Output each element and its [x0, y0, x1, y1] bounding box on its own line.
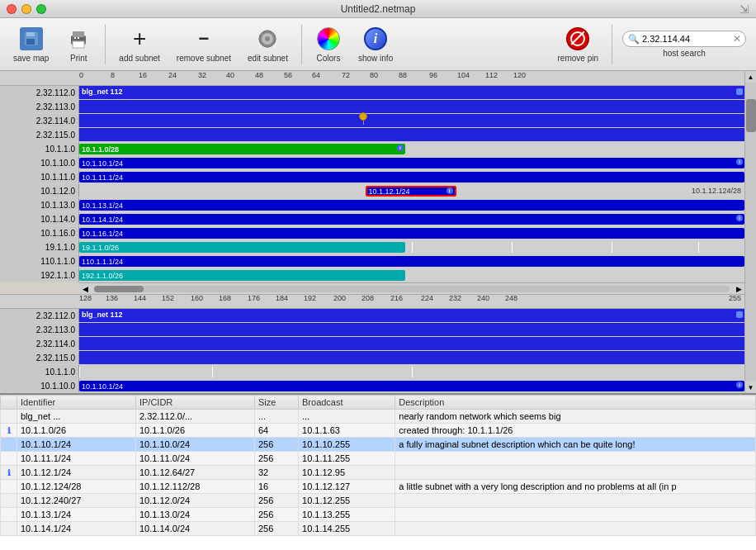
bottom-ruler: 128 136 144 152 160 168 176 184 192 200 … [0, 294, 744, 309]
table-row[interactable]: 10.1.12.124/28 10.1.12.112/28 16 10.1.12… [1, 480, 756, 494]
table-row[interactable]: ℹ 10.1.1.0/26 10.1.1.0/26 64 10.1.1.63 c… [1, 424, 756, 438]
hscroll-left-arrow[interactable]: ◀ [79, 285, 91, 293]
remove-subnet-label: remove subnet [177, 54, 231, 63]
row-content-101100[interactable]: 10.1.10.1/24 i [79, 156, 744, 169]
vscroll-thumb[interactable] [746, 99, 756, 132]
table-row[interactable]: 10.1.11.1/24 10.1.11.0/24 256 10.1.11.25… [1, 452, 756, 466]
search-container: 🔍 ✕ [622, 31, 746, 47]
row-content-101130[interactable]: 10.1.13.1/24 [79, 198, 744, 211]
row-content-101110[interactable]: 10.1.11.1/24 [79, 170, 744, 183]
row-content-192110[interactable]: 192.1.1.0/26 [79, 268, 744, 282]
hscroll-right-arrow[interactable]: ▶ [733, 285, 744, 293]
row-content-101140[interactable]: 10.1.14.1/24 i [79, 212, 744, 225]
row-label-b10110: 10.1.1.0 [0, 365, 79, 378]
row-content-10110[interactable]: 10.1.1.0/28 i [79, 142, 744, 155]
row-label-101130: 10.1.13.0 [0, 198, 79, 211]
row-content-19110[interactable]: 19.1.1.0/26 [79, 240, 744, 254]
row-content-101160[interactable]: 10.1.16.1/24 [79, 226, 744, 239]
col-identifier-header[interactable]: Identifier [17, 396, 136, 410]
ruler-120: 120 [513, 71, 526, 79]
row-label-b232113: 2.32.113.0 [0, 323, 79, 336]
row-content-232112[interactable]: blg_net 112 [79, 86, 744, 99]
save-map-button[interactable]: save map [7, 22, 55, 66]
top-ruler: 0 8 16 24 32 40 48 56 64 72 80 88 96 104… [0, 71, 744, 86]
remove-subnet-button[interactable]: − remove subnet [170, 22, 238, 66]
row-label-232115: 2.32.115.0 [0, 128, 79, 141]
ruler-112: 112 [485, 71, 498, 79]
row-content-232115[interactable] [79, 128, 744, 141]
remove-pin-button[interactable]: remove pin [551, 22, 605, 66]
col-broadcast-header[interactable]: Broadcast [299, 396, 395, 410]
table-row[interactable]: 10.1.13.1/24 10.1.13.0/24 256 10.1.13.25… [1, 508, 756, 522]
row-desc [395, 508, 756, 522]
ruler-b144: 144 [134, 294, 146, 302]
row-identifier: 10.1.12.240/27 [17, 494, 136, 508]
edit-subnet-button[interactable]: edit subnet [241, 22, 295, 66]
row-content-232114[interactable] [79, 114, 744, 127]
info-dot-b101100: i [736, 382, 743, 388]
row-label-232114: 2.32.114.0 [0, 114, 79, 127]
row-desc [395, 522, 756, 536]
row-content-b232114[interactable] [79, 337, 744, 350]
row-icon [1, 494, 17, 508]
remove-pin-label: remove pin [558, 54, 598, 63]
row-content-b101100[interactable]: 10.1.10.1/24 i [79, 379, 744, 392]
table-row[interactable]: blg_net ... 2.32.112.0/... ... ... nearl… [1, 410, 756, 424]
maximize-button[interactable] [36, 4, 46, 14]
row-content-232113[interactable] [79, 100, 744, 113]
ruler-b240: 240 [477, 294, 489, 302]
hscroll-thumb[interactable] [94, 286, 144, 292]
row-identifier: 10.1.13.1/24 [17, 508, 136, 522]
add-subnet-button[interactable]: + add subnet [112, 22, 167, 66]
close-button[interactable] [7, 4, 17, 14]
table-row[interactable]: 10.1.10.1/24 10.1.10.0/24 256 10.1.10.25… [1, 438, 756, 452]
colors-button[interactable]: Colors [309, 22, 348, 66]
svg-rect-6 [73, 41, 84, 48]
search-input[interactable] [642, 34, 733, 44]
col-size-header[interactable]: Size [254, 396, 298, 410]
table-row[interactable]: ℹ 10.1.12.1/24 10.1.12.64/27 32 10.1.12.… [1, 466, 756, 480]
row-content-b232113[interactable] [79, 323, 744, 336]
row-content-b10110[interactable] [79, 365, 744, 378]
vscroll-track[interactable] [745, 83, 756, 382]
row-content-101120[interactable]: 10.1.12.1/24 i 10.1.12.124/28 [79, 184, 744, 197]
row-desc: created through: 10.1.1.1/26 [395, 424, 756, 438]
row-content-110110[interactable]: 110.1.1.1/24 [79, 254, 744, 268]
ruler-16: 16 [139, 71, 147, 79]
hscroll-track[interactable] [94, 286, 730, 292]
vscroll-up-arrow[interactable]: ▲ [745, 71, 756, 83]
row-identifier: 10.1.12.124/28 [17, 480, 136, 494]
svg-point-11 [265, 36, 270, 41]
print-button[interactable]: Print [59, 22, 98, 66]
col-description-header[interactable]: Description [395, 396, 756, 410]
ruler-80: 80 [370, 71, 378, 79]
row-size: 256 [254, 452, 298, 466]
vscroll-bar[interactable]: ▲ ▼ [744, 71, 756, 393]
subnet-bar-b101100: 10.1.10.1/24 i [79, 381, 744, 391]
table-scroll[interactable]: Identifier IP/CIDR Size Broadcast Descri… [0, 395, 756, 550]
ruler-b216: 216 [390, 294, 403, 302]
window-controls[interactable] [7, 4, 46, 14]
hscroll-bar[interactable]: ◀ ▶ [79, 282, 744, 294]
table-header-row: Identifier IP/CIDR Size Broadcast Descri… [1, 396, 756, 410]
row-content-b232112[interactable]: blg_net 112 [79, 309, 744, 322]
table-row[interactable]: 10.1.14.1/24 10.1.14.0/24 256 10.1.14.25… [1, 522, 756, 536]
map-row-101160: 10.1.16.0 10.1.16.1/24 [0, 226, 744, 240]
subnet-bar-101160: 10.1.16.1/24 [79, 228, 744, 239]
svg-rect-2 [26, 39, 35, 45]
vscroll-down-arrow[interactable]: ▼ [745, 382, 756, 393]
show-info-button[interactable]: i show info [352, 22, 399, 66]
row-icon [1, 438, 17, 452]
subnet-bar-101140: 10.1.14.1/24 i [79, 214, 744, 225]
row-desc [395, 466, 756, 480]
table-row[interactable]: 10.1.12.240/27 10.1.12.0/24 256 10.1.12.… [1, 494, 756, 508]
col-ipcidr-header[interactable]: IP/CIDR [135, 396, 254, 410]
ruler-b184: 184 [276, 294, 288, 302]
minimize-button[interactable] [21, 4, 31, 14]
search-clear-button[interactable]: ✕ [733, 33, 741, 45]
row-desc: a fully imaginal subnet description whic… [395, 438, 756, 452]
row-icon [1, 410, 17, 424]
row-broadcast: 10.1.10.255 [299, 438, 395, 452]
subnet-bar-192110: 192.1.1.0/26 [79, 270, 405, 281]
row-content-b232115[interactable] [79, 351, 744, 364]
